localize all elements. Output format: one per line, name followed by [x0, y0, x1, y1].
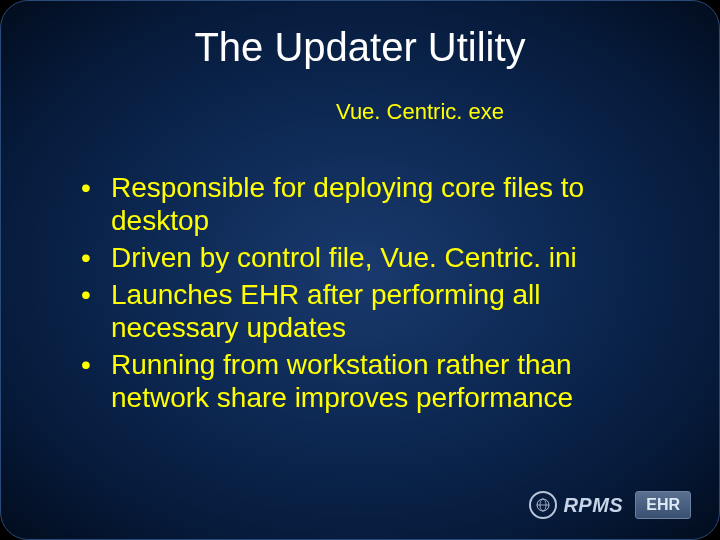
slide-subtitle: Vue. Centric. exe	[1, 99, 719, 125]
bullet-item: Running from workstation rather than net…	[73, 348, 659, 414]
rpms-logo: RPMS	[529, 491, 623, 519]
bullet-item: Responsible for deploying core files to …	[73, 171, 659, 237]
slide: The Updater Utility Vue. Centric. exe Re…	[0, 0, 720, 540]
bullet-item: Launches EHR after performing all necess…	[73, 278, 659, 344]
rpms-label: RPMS	[563, 494, 623, 517]
globe-icon	[535, 497, 551, 513]
footer-logo-group: RPMS EHR	[529, 491, 691, 519]
slide-title: The Updater Utility	[1, 25, 719, 70]
ehr-badge: EHR	[635, 491, 691, 519]
bullet-list: Responsible for deploying core files to …	[73, 171, 659, 418]
bullet-item: Driven by control file, Vue. Centric. in…	[73, 241, 659, 274]
rpms-icon	[529, 491, 557, 519]
